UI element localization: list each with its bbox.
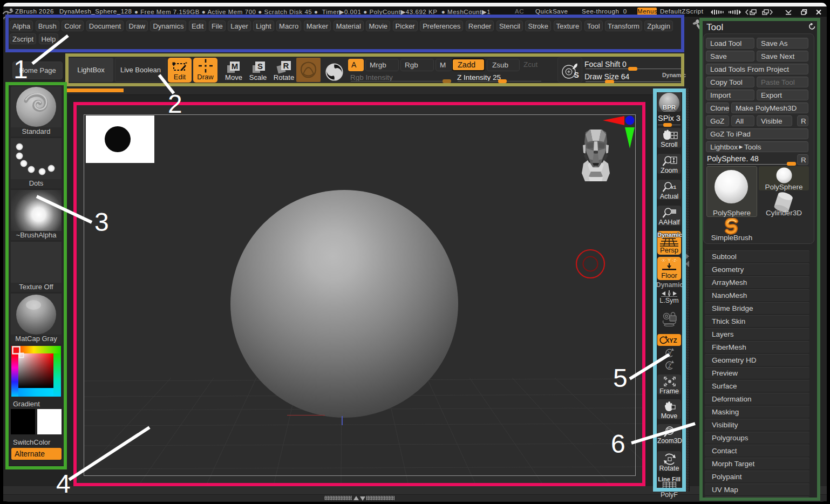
svg-text:5: 5	[613, 364, 628, 392]
svg-text:2: 2	[168, 90, 182, 118]
svg-text:1: 1	[13, 55, 28, 84]
svg-text:3: 3	[94, 208, 109, 236]
svg-text:4: 4	[56, 469, 71, 498]
svg-text:6: 6	[611, 430, 625, 458]
